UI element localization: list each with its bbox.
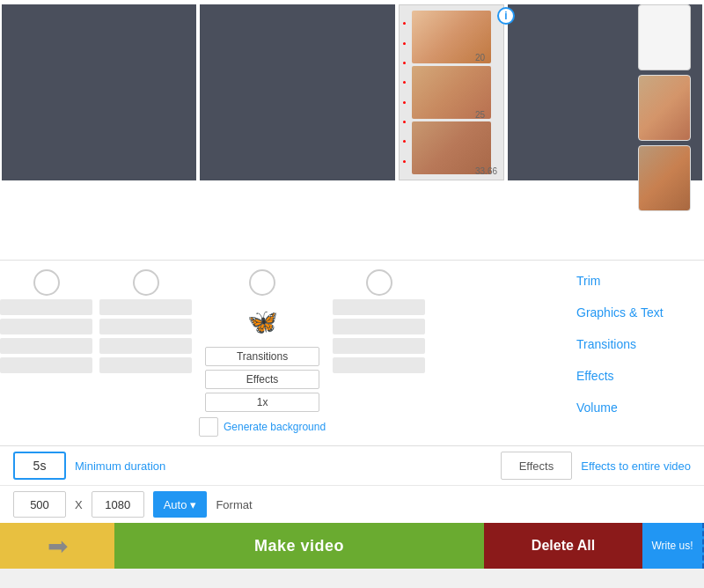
format-label: Format xyxy=(216,498,252,511)
write-us-button[interactable]: Write us! xyxy=(642,523,704,569)
timeline-num-33: 33.66 xyxy=(475,166,510,176)
controls-area: 🦋 Transitions Effects 1x Generate backgr… xyxy=(0,260,704,445)
speed-button[interactable]: 1x xyxy=(205,393,319,412)
auto-button[interactable]: Auto ▾ xyxy=(153,491,208,518)
dark-panel-2 xyxy=(200,4,394,180)
clip-bar-1c xyxy=(0,338,92,354)
clip-container: 🦋 Transitions Effects 1x Generate backgr… xyxy=(0,269,563,437)
generate-bg-checkbox[interactable] xyxy=(199,417,218,437)
clip-bar-4c xyxy=(333,338,425,354)
width-input[interactable] xyxy=(13,491,66,518)
clip-circle-1 xyxy=(33,269,60,296)
make-video-button[interactable]: Make video xyxy=(114,523,484,569)
sidebar-graphics-link[interactable]: Graphics & Text xyxy=(576,305,691,320)
generate-bg-label[interactable]: Generate background xyxy=(224,421,326,433)
sidebar-trim-link[interactable]: Trim xyxy=(576,274,691,288)
clip-bar-2b xyxy=(99,319,192,334)
clip-col-center: 🦋 Transitions Effects 1x Generate backgr… xyxy=(199,269,326,437)
effects-button-bottom[interactable]: Effects xyxy=(501,452,573,480)
clip-bar-1a xyxy=(0,299,92,315)
sidebar-volume-link[interactable]: Volume xyxy=(576,401,691,415)
clip-bar-2c xyxy=(99,338,192,354)
info-icon[interactable]: i xyxy=(497,7,515,25)
action-row: ➡ Make video Delete All Write us! xyxy=(0,523,704,569)
duration-input[interactable] xyxy=(13,452,66,480)
arrow-right-icon: ➡ xyxy=(48,532,68,561)
arrow-area: ➡ xyxy=(0,523,114,569)
min-duration-label: Minimum duration xyxy=(75,459,492,473)
thumb-photo-2 xyxy=(638,145,691,211)
thumb-photo-1 xyxy=(638,75,691,141)
sidebar-effects-link[interactable]: Effects xyxy=(576,369,691,383)
clip-circle-3 xyxy=(249,269,275,296)
butterfly-icon: 🦋 xyxy=(240,299,284,343)
clip-circle-2 xyxy=(133,269,159,296)
format-row: X Auto ▾ Format xyxy=(0,485,704,523)
film-dots-left xyxy=(402,5,407,180)
clip-bar-4b xyxy=(333,319,425,334)
timeline-num-25: 25 xyxy=(475,110,510,120)
clip-col-2 xyxy=(99,269,192,373)
chevron-down-icon: ▾ xyxy=(190,498,196,511)
height-input[interactable] xyxy=(92,491,144,518)
clip-col-4 xyxy=(333,269,425,373)
dark-panel-1 xyxy=(2,4,196,180)
clip-col-1 xyxy=(0,269,92,373)
clip-bar-2d xyxy=(99,357,192,373)
transitions-button[interactable]: Transitions xyxy=(205,347,319,366)
clip-circle-4 xyxy=(366,269,392,296)
timeline-num-20: 20 xyxy=(475,53,510,62)
clip-bar-4a xyxy=(333,299,425,315)
clip-bar-1d xyxy=(0,357,92,373)
clip-bar-2a xyxy=(99,299,192,315)
delete-all-button[interactable]: Delete All xyxy=(484,523,642,569)
bottom-toolbar: Minimum duration Effects Effects to enti… xyxy=(0,445,704,485)
filmstrip-area: 20 25 33.66 i xyxy=(0,0,704,260)
right-sidebar: Trim Graphics & Text Transitions Effects… xyxy=(563,269,704,437)
x-separator: X xyxy=(75,498,83,511)
effects-button[interactable]: Effects xyxy=(205,370,319,389)
clip-bar-4d xyxy=(333,357,425,373)
timeline-numbers: 20 25 33.66 xyxy=(475,0,510,185)
auto-label: Auto xyxy=(164,498,187,511)
sidebar-transitions-link[interactable]: Transitions xyxy=(576,337,691,351)
clip-bar-1b xyxy=(0,319,92,334)
thumb-white xyxy=(638,4,691,70)
thumbnail-strip xyxy=(625,0,704,255)
effects-entire-label: Effects to entire video xyxy=(581,459,691,473)
